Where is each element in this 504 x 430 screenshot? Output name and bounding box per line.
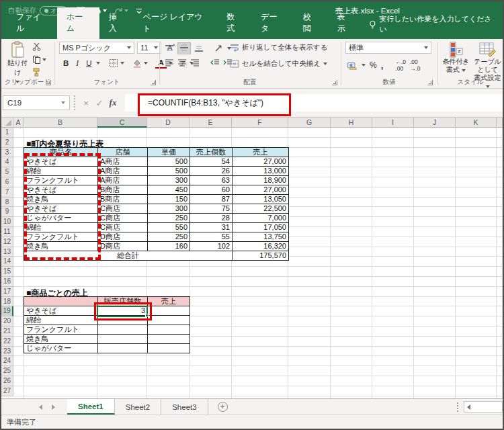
- cell[interactable]: 焼き鳥: [24, 334, 98, 343]
- row-header-8[interactable]: 8: [1, 198, 13, 208]
- new-sheet-button[interactable]: +: [218, 402, 228, 412]
- wrap-text-button[interactable]: 折り返して全体を表示する: [230, 43, 327, 52]
- paste-button[interactable]: 貼り付け: [5, 41, 30, 80]
- tell-me-search[interactable]: 実行したい作業を入力してください: [362, 10, 503, 39]
- cell[interactable]: [148, 343, 190, 353]
- cell[interactable]: 450: [148, 185, 190, 194]
- cell[interactable]: 店舗: [98, 147, 148, 157]
- cell[interactable]: 87: [190, 194, 233, 204]
- cell[interactable]: 13,750: [233, 232, 289, 241]
- sheet-tab-Sheet1[interactable]: Sheet1: [67, 399, 115, 415]
- cell[interactable]: B商店: [98, 185, 148, 194]
- column-header-partial[interactable]: [497, 118, 503, 128]
- cell[interactable]: 160: [148, 241, 190, 251]
- cell[interactable]: D商店: [98, 241, 148, 251]
- cell[interactable]: 26: [190, 166, 233, 175]
- cell[interactable]: 300: [148, 204, 190, 213]
- cell[interactable]: A商店: [98, 157, 148, 166]
- align-top-icon[interactable]: [165, 44, 174, 52]
- cell[interactable]: C商店: [98, 222, 148, 232]
- cell[interactable]: A商店: [98, 166, 148, 175]
- row-header-10[interactable]: 10: [1, 217, 13, 227]
- ribbon-tab-データ[interactable]: データ: [251, 7, 294, 39]
- column-header-K[interactable]: K: [456, 118, 497, 128]
- cell[interactable]: 28: [190, 213, 233, 222]
- cell[interactable]: 102: [190, 241, 233, 251]
- italic-button[interactable]: I: [73, 58, 81, 68]
- cell[interactable]: 27,000: [233, 185, 289, 194]
- conditional-formatting-button[interactable]: ≠ 条件付き 書式: [440, 42, 472, 74]
- cell[interactable]: 22,500: [233, 204, 289, 213]
- column-header-H[interactable]: H: [331, 118, 372, 128]
- align-bottom-icon[interactable]: [194, 44, 204, 52]
- row-header-20[interactable]: 20: [1, 316, 13, 327]
- column-header-F[interactable]: F: [232, 118, 288, 128]
- select-all-corner[interactable]: [1, 118, 13, 128]
- number-format-combobox[interactable]: 標準: [345, 42, 431, 54]
- row-header-2[interactable]: 2: [1, 138, 13, 148]
- sheet-tab-Sheet3[interactable]: Sheet3: [161, 399, 208, 415]
- cell[interactable]: 16,320: [233, 241, 289, 251]
- percent-style-icon[interactable]: %: [370, 60, 377, 70]
- align-right-icon[interactable]: [190, 58, 200, 67]
- cell[interactable]: [148, 306, 190, 315]
- row-header-14[interactable]: 14: [1, 257, 13, 267]
- column-header-B[interactable]: B: [24, 118, 97, 128]
- cell[interactable]: 31: [190, 222, 233, 232]
- font-name-combobox[interactable]: MS Pゴシック: [59, 42, 134, 54]
- row-header-27[interactable]: 27: [1, 386, 13, 396]
- row-header-13[interactable]: 13: [1, 247, 13, 257]
- row-header-11[interactable]: 11: [1, 227, 13, 237]
- name-box[interactable]: C19: [3, 95, 70, 110]
- row-header-17[interactable]: 17: [1, 287, 13, 297]
- cell[interactable]: 売上: [233, 147, 289, 157]
- row-header-3[interactable]: 3: [1, 148, 13, 158]
- row-header-1[interactable]: 1: [1, 128, 13, 138]
- cell[interactable]: 綿飴: [24, 315, 98, 325]
- cell[interactable]: じゃがバター: [24, 343, 98, 353]
- cell[interactable]: [148, 334, 190, 343]
- underline-button[interactable]: U: [83, 58, 94, 68]
- ribbon-tab-数式[interactable]: 数式: [217, 7, 251, 39]
- row-header-9[interactable]: 9: [1, 207, 13, 217]
- row-header-18[interactable]: 18: [1, 297, 13, 307]
- font-size-combobox[interactable]: 11: [137, 42, 161, 54]
- fill-color-icon[interactable]: [132, 58, 142, 68]
- row-header-12[interactable]: 12: [1, 237, 13, 247]
- cell[interactable]: 550: [148, 222, 190, 232]
- spreadsheet-grid[interactable]: ABCDEFGHIJK12345678910111213141516171819…: [1, 118, 503, 398]
- cell[interactable]: D商店: [98, 232, 148, 241]
- ribbon-tab-ホーム[interactable]: ホーム: [57, 7, 99, 39]
- orientation-icon[interactable]: [214, 44, 224, 52]
- next-sheet-icon[interactable]: [52, 404, 55, 410]
- cell[interactable]: [98, 325, 148, 334]
- align-left-icon[interactable]: [165, 58, 174, 67]
- merge-center-button[interactable]: セルを結合して中央揃え: [230, 59, 327, 69]
- row-header-21[interactable]: 21: [1, 327, 13, 337]
- cell[interactable]: 250: [148, 232, 190, 241]
- cell[interactable]: 13,050: [233, 194, 289, 204]
- row-header-25[interactable]: 25: [1, 366, 13, 376]
- cell[interactable]: 300: [148, 175, 190, 185]
- cell[interactable]: フランクフルト: [24, 325, 98, 334]
- comma-style-icon[interactable]: ,: [381, 60, 384, 71]
- row-header-6[interactable]: 6: [1, 177, 13, 187]
- column-header-I[interactable]: I: [372, 118, 414, 128]
- cell[interactable]: やきそば: [24, 306, 98, 315]
- cut-button[interactable]: [32, 42, 46, 52]
- cell[interactable]: C商店: [98, 213, 148, 222]
- align-middle-button[interactable]: [177, 42, 191, 54]
- formula-bar-splitter[interactable]: [74, 95, 75, 110]
- decrease-indent-icon[interactable]: [210, 58, 220, 67]
- cell[interactable]: 63: [190, 175, 233, 185]
- row-header-24[interactable]: 24: [1, 356, 13, 366]
- enter-button[interactable]: ✓: [93, 98, 106, 108]
- row-header-26[interactable]: 26: [1, 376, 13, 386]
- cell[interactable]: 売上: [148, 296, 190, 306]
- column-header-E[interactable]: E: [190, 118, 232, 128]
- cell[interactable]: A商店: [98, 175, 148, 185]
- cell[interactable]: C商店: [98, 204, 148, 213]
- horizontal-scrollbar[interactable]: [464, 401, 503, 413]
- cell[interactable]: 13,000: [233, 166, 289, 175]
- format-painter-button[interactable]: [32, 67, 46, 77]
